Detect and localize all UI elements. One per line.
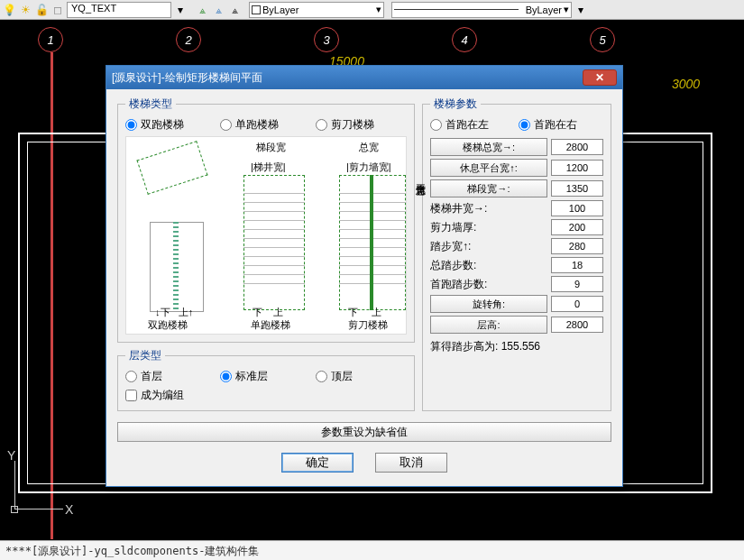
floor-type-legend: 层类型 [125,348,165,363]
checkbox-make-group[interactable]: 成为编组 [125,388,407,403]
cancel-button[interactable]: 取消 [375,453,447,473]
layer-square-icon[interactable]: ◻ [51,3,65,17]
param-row-7: 首跑踏步数: [430,276,603,292]
stair-type-group: 楼梯类型 双跑楼梯 单跑楼梯 剪刀楼梯 ↓下 上↑ 双跑楼梯 [117,96,415,343]
param-input-4[interactable] [551,219,603,235]
param-row-5: 踏步宽↑: [430,238,603,254]
radio-first-run-left[interactable]: 首跑在左 [430,117,515,133]
stair-diagram-area: ↓下 上↑ 双跑楼梯 梯段宽 |梯井宽| 下 上 单跑楼梯 总 [125,136,407,335]
param-row-0: 楼梯总宽→: [430,138,603,156]
grid-bubble-5: 5 [590,27,615,52]
radio-scissor[interactable]: 剪刀楼梯 [316,117,407,133]
radio-first-run-right[interactable]: 首跑在右 [519,117,603,133]
param-button-8[interactable]: 旋转角: [430,295,547,313]
grid-bubble-4: 4 [452,27,477,52]
radio-first-floor[interactable]: 首层 [125,369,216,384]
calc-result-label: 算得踏步高为: 155.556 [430,339,603,354]
param-row-3: 楼梯井宽→: [430,200,603,216]
layers3-icon[interactable]: ⟁ [227,3,242,17]
linetype-dropdown-1[interactable]: ByLayer ▾ [249,2,384,18]
ok-button[interactable]: 确定 [281,453,354,473]
grid-bubble-1: 1 [38,27,63,52]
param-input-8[interactable] [551,296,603,312]
grid-bubble-3: 3 [314,27,339,52]
param-label-5: 踏步宽↑: [430,239,547,254]
lock-icon[interactable]: 🔓 [34,3,49,17]
stair-params-group: 楼梯参数 首跑在左 首跑在右 楼梯总宽→:休息平台宽↑:梯段宽→:楼梯井宽→:剪… [422,96,611,411]
layer-name-field[interactable]: YQ_TEXT [67,2,171,18]
overflow-icon[interactable]: ▾ [574,3,588,17]
param-input-0[interactable] [551,139,603,155]
layers-icon[interactable]: ⟁ [195,3,209,17]
param-button-0[interactable]: 楼梯总宽→: [430,138,547,156]
param-input-9[interactable] [551,317,603,333]
param-row-9: 层高: [430,316,603,334]
floor-type-group: 层类型 首层 标准层 顶层 成为编组 [117,348,415,411]
dropdown-icon[interactable]: ▾ [173,3,188,17]
param-button-9[interactable]: 层高: [430,316,547,334]
radio-standard-floor[interactable]: 标准层 [220,369,311,384]
close-button[interactable]: ✕ [583,69,617,86]
param-input-7[interactable] [551,276,603,292]
sun-icon[interactable]: ☀ [18,3,32,17]
param-button-2[interactable]: 梯段宽→: [430,179,547,197]
param-label-3: 楼梯井宽→: [430,201,547,216]
param-label-6: 总踏步数: [430,258,547,273]
grid-bubble-2: 2 [176,27,201,52]
radio-single-run[interactable]: 单跑楼梯 [220,117,311,133]
param-input-1[interactable] [551,160,603,176]
top-toolbar: 💡 ☀ 🔓 ◻ YQ_TEXT ▾ ⟁ ⟁ ⟁ ByLayer ▾ ByLaye… [0,0,744,20]
stair-type-legend: 楼梯类型 [125,96,176,112]
linetype-1-label: ByLayer [262,5,299,15]
param-label-7: 首跑踏步数: [430,277,547,292]
ucs-icon: X Y [9,450,72,513]
param-row-6: 总踏步数: [430,257,603,273]
params-panel: 楼梯参数 首跑在左 首跑在右 楼梯总宽→:休息平台宽↑:梯段宽→:楼梯井宽→:剪… [422,96,611,411]
linetype-dropdown-2[interactable]: ByLayer ▾ [391,2,572,18]
radio-top-floor[interactable]: 顶层 [316,369,407,384]
param-input-5[interactable] [551,238,603,254]
param-row-1: 休息平台宽↑: [430,159,603,177]
reset-defaults-button[interactable]: 参数重设为缺省值 [117,422,611,442]
command-line[interactable]: ****[源泉设计]-yq_sldcomponents-建筑构件集 [0,540,744,560]
param-input-6[interactable] [551,257,603,273]
dialog-buttons: 确定 取消 [117,453,611,473]
layers2-icon[interactable]: ⟁ [211,3,225,17]
dialog-title: [源泉设计]-绘制矩形楼梯间平面 [112,70,262,86]
radio-double-run[interactable]: 双跑楼梯 [125,117,216,133]
dim-3000: 3000 [672,77,700,91]
left-column: 楼梯类型 双跑楼梯 单跑楼梯 剪刀楼梯 ↓下 上↑ 双跑楼梯 [117,96,415,411]
params-legend: 楼梯参数 [430,96,481,112]
param-row-8: 旋转角: [430,295,603,313]
param-input-3[interactable] [551,200,603,216]
param-button-1[interactable]: 休息平台宽↑: [430,159,547,177]
stair-dialog: [源泉设计]-绘制矩形楼梯间平面 ✕ 楼梯类型 双跑楼梯 单跑楼梯 剪刀楼梯 [106,65,623,487]
param-row-2: 梯段宽→: [430,179,603,197]
param-label-4: 剪力墙厚: [430,220,547,235]
linetype-2-label: ByLayer [526,5,562,15]
param-input-2[interactable] [551,180,603,197]
bulb-icon[interactable]: 💡 [2,3,16,17]
param-row-4: 剪力墙厚: [430,219,603,235]
dialog-titlebar[interactable]: [源泉设计]-绘制矩形楼梯间平面 ✕ [106,66,622,89]
